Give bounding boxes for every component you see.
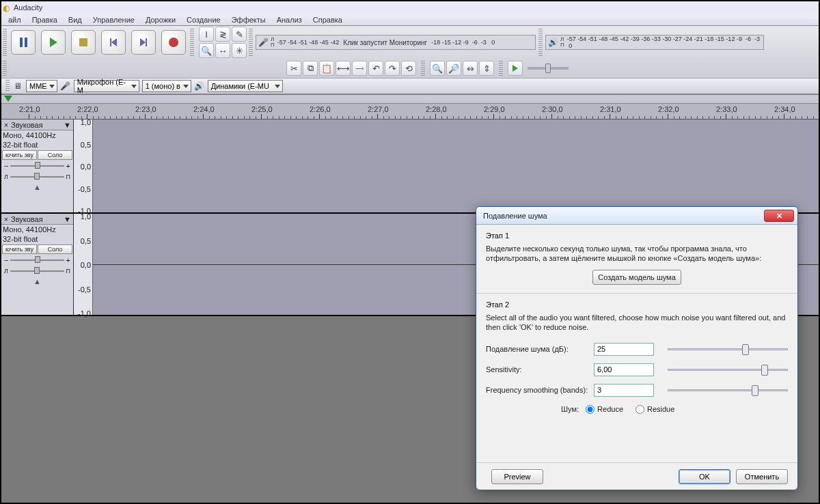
track-format-label: Моно, 44100Hz: [1, 225, 73, 234]
copy-button[interactable]: ⧉: [303, 61, 318, 76]
noise-reduction-input[interactable]: [594, 343, 654, 356]
device-toolbar: 🖥 MME 🎤 Микрофон (E-M 1 (моно) в 🔊 Динам…: [1, 78, 819, 94]
output-device-combo[interactable]: Динамики (E-MU: [208, 80, 283, 92]
sync-lock-button[interactable]: ⟲: [401, 61, 416, 76]
toolbar-grip[interactable]: [190, 29, 194, 56]
skip-start-button[interactable]: [101, 30, 126, 55]
stop-icon: [79, 38, 87, 46]
cut-button[interactable]: ✂: [286, 61, 301, 76]
track-name[interactable]: Звуковая: [11, 121, 43, 129]
trim-button[interactable]: ⟷: [336, 61, 351, 76]
audio-host-combo[interactable]: MME: [26, 80, 57, 92]
mute-button[interactable]: ючить зву: [2, 244, 37, 254]
track-collapse-button[interactable]: ▲: [1, 183, 73, 191]
waveform-display[interactable]: [93, 120, 819, 212]
draw-tool[interactable]: ✎: [232, 27, 247, 42]
time-ruler[interactable]: 2:21,02:22,02:23,02:24,02:25,02:26,02:27…: [1, 103, 819, 120]
timeline-quickplay[interactable]: [1, 95, 819, 103]
dialog-close-button[interactable]: ✕: [764, 210, 794, 222]
app-title: Audacity: [14, 3, 42, 12]
sensitivity-input[interactable]: [594, 363, 654, 376]
track-name[interactable]: Звуковая: [11, 215, 43, 223]
pause-icon: [20, 38, 27, 47]
menu-file[interactable]: айл: [3, 14, 27, 25]
toolbar-grip[interactable]: [499, 61, 503, 76]
menu-view[interactable]: Вид: [63, 14, 87, 25]
pan-slider[interactable]: ЛП: [4, 172, 70, 182]
track-menu-arrow-icon[interactable]: ▼: [64, 121, 71, 129]
track-close-button[interactable]: ×: [1, 215, 11, 223]
residue-radio[interactable]: Residue: [636, 405, 674, 414]
timeshift-tool[interactable]: ↔: [215, 43, 230, 58]
dialog-title-bar[interactable]: Подавление шума ✕: [476, 207, 797, 225]
host-icon: 🖥: [12, 81, 23, 91]
recording-meter[interactable]: 🎤 ЛП -57 -54 -51 -48 -45 -42 Клик запуст…: [256, 35, 536, 50]
toolbar-grip[interactable]: [538, 29, 543, 56]
get-noise-profile-button[interactable]: Создать модель шума: [592, 270, 681, 285]
toolbar-grip[interactable]: [3, 61, 7, 76]
gain-slider[interactable]: −+: [4, 255, 70, 265]
fit-selection-button[interactable]: ⇔: [463, 61, 478, 76]
play-speed-button[interactable]: [508, 61, 523, 76]
gain-slider[interactable]: −+: [4, 161, 70, 171]
toolbar-grip[interactable]: [249, 29, 253, 56]
silence-button[interactable]: ⟞: [352, 61, 367, 76]
vertical-scale[interactable]: 1,00,50,0-0,5-1,0: [74, 214, 93, 315]
zoom-tool[interactable]: 🔍: [199, 43, 214, 58]
microphone-icon: 🎤: [256, 38, 271, 47]
toolbar-grip[interactable]: [421, 61, 425, 76]
envelope-tool[interactable]: ≷: [215, 27, 230, 42]
solo-button[interactable]: Соло: [38, 150, 72, 160]
mute-button[interactable]: ючить зву: [2, 150, 37, 160]
menu-effect[interactable]: Эффекты: [226, 14, 271, 25]
vertical-scale[interactable]: 1,00,50,0-0,5-1,0: [74, 120, 93, 212]
menu-help[interactable]: Справка: [308, 14, 348, 25]
menu-tracks[interactable]: Дорожки: [140, 14, 181, 25]
zoom-in-button[interactable]: 🔍: [430, 61, 445, 76]
toolbar-grip[interactable]: [3, 29, 7, 56]
stop-button[interactable]: [71, 30, 96, 55]
undo-button[interactable]: ↶: [368, 61, 383, 76]
fit-project-button[interactable]: ⇕: [479, 61, 494, 76]
meter-ticks-left: -57 -54 -51 -48 -45 -42: [277, 39, 340, 46]
pause-button[interactable]: [11, 30, 36, 55]
freq-smoothing-input[interactable]: [594, 384, 654, 397]
menu-transport[interactable]: Управление: [87, 14, 140, 25]
noise-reduction-slider[interactable]: [668, 344, 788, 354]
paste-button[interactable]: 📋: [319, 61, 334, 76]
playhead-icon[interactable]: [4, 96, 12, 102]
track-menu-arrow-icon[interactable]: ▼: [64, 215, 71, 223]
multi-tool[interactable]: ✳: [232, 43, 247, 58]
title-bar: ◐ Audacity: [1, 1, 819, 14]
sensitivity-slider[interactable]: [668, 364, 788, 375]
sensitivity-label: Sensitivity:: [486, 365, 594, 374]
separator: [476, 293, 797, 294]
selection-tool[interactable]: I: [199, 27, 214, 42]
menu-generate[interactable]: Создание: [181, 14, 226, 25]
playback-meter[interactable]: 🔊 ЛП -57 -54 -51 -48 -45 -42 -39 -36 -33…: [545, 35, 764, 50]
reduce-radio[interactable]: Reduce: [586, 405, 623, 414]
record-button[interactable]: [161, 30, 186, 55]
play-button[interactable]: [41, 30, 66, 55]
freq-smoothing-slider[interactable]: [668, 384, 788, 395]
menu-edit[interactable]: Правка: [27, 14, 63, 25]
track-close-button[interactable]: ×: [1, 121, 11, 129]
zoom-out-button[interactable]: 🔎: [446, 61, 461, 76]
menu-analyze[interactable]: Анализ: [271, 14, 308, 25]
play-speed-slider[interactable]: [528, 67, 569, 70]
input-channels-combo[interactable]: 1 (моно) в: [142, 80, 191, 92]
track-control-panel: × Звуковая ▼ Моно, 44100Hz 32-bit float …: [1, 120, 74, 212]
preview-button[interactable]: Preview: [491, 469, 543, 484]
step1-text: Выделите несколько секунд только шума, т…: [486, 244, 788, 263]
zoom-toolbar: 🔍 🔎 ⇔ ⇕: [429, 60, 495, 76]
skip-end-button[interactable]: [131, 30, 156, 55]
input-device-combo[interactable]: Микрофон (E-M: [74, 80, 139, 92]
solo-button[interactable]: Соло: [38, 244, 72, 254]
cancel-button[interactable]: Отменить: [736, 469, 788, 484]
redo-button[interactable]: ↷: [385, 61, 400, 76]
ok-button[interactable]: OK: [679, 469, 730, 484]
dialog-title: Подавление шума: [483, 212, 547, 220]
toolbar-grip[interactable]: [5, 80, 10, 92]
pan-slider[interactable]: ЛП: [4, 266, 70, 276]
track-collapse-button[interactable]: ▲: [1, 277, 73, 285]
